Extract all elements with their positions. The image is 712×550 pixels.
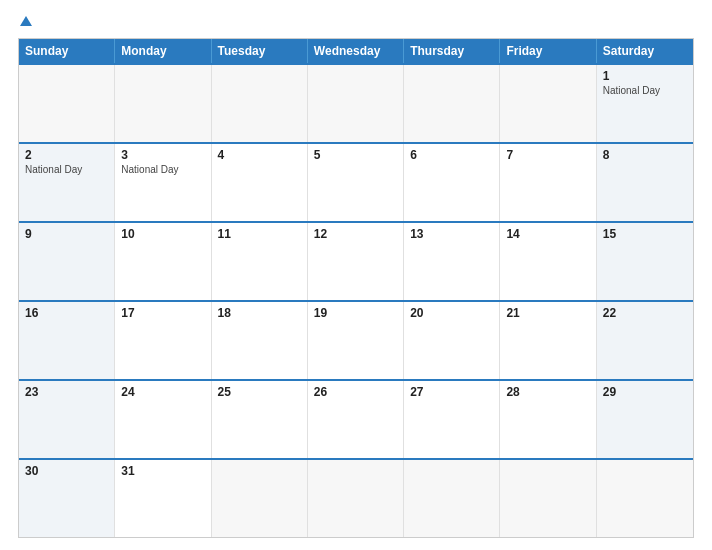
day-number: 12	[314, 227, 397, 241]
day-number: 21	[506, 306, 589, 320]
day-number: 20	[410, 306, 493, 320]
calendar-day-cell: 8	[597, 144, 693, 221]
day-number: 24	[121, 385, 204, 399]
calendar-header-cell: Friday	[500, 39, 596, 63]
calendar-day-cell: 30	[19, 460, 115, 537]
calendar-day-cell	[19, 65, 115, 142]
day-number: 9	[25, 227, 108, 241]
day-number: 18	[218, 306, 301, 320]
calendar-week-row: 3031	[19, 458, 693, 537]
day-number: 15	[603, 227, 687, 241]
calendar-day-cell: 23	[19, 381, 115, 458]
calendar-header-cell: Tuesday	[212, 39, 308, 63]
calendar-day-cell: 10	[115, 223, 211, 300]
calendar-day-cell: 2National Day	[19, 144, 115, 221]
day-number: 7	[506, 148, 589, 162]
day-number: 10	[121, 227, 204, 241]
calendar-day-cell: 22	[597, 302, 693, 379]
calendar-day-cell	[404, 460, 500, 537]
day-number: 25	[218, 385, 301, 399]
calendar-page: SundayMondayTuesdayWednesdayThursdayFrid…	[0, 0, 712, 550]
calendar-day-cell: 18	[212, 302, 308, 379]
calendar-day-cell: 29	[597, 381, 693, 458]
calendar-day-cell	[500, 65, 596, 142]
calendar-day-cell: 4	[212, 144, 308, 221]
calendar-day-cell	[308, 65, 404, 142]
calendar-day-cell: 14	[500, 223, 596, 300]
logo-triangle-icon	[20, 16, 32, 26]
calendar-day-cell: 1National Day	[597, 65, 693, 142]
day-number: 13	[410, 227, 493, 241]
calendar-day-cell: 3National Day	[115, 144, 211, 221]
calendar-week-row: 2National Day3National Day45678	[19, 142, 693, 221]
calendar-day-cell	[212, 65, 308, 142]
calendar-day-cell	[597, 460, 693, 537]
day-number: 14	[506, 227, 589, 241]
calendar-week-row: 1National Day	[19, 63, 693, 142]
calendar-day-cell: 21	[500, 302, 596, 379]
day-number: 29	[603, 385, 687, 399]
day-number: 8	[603, 148, 687, 162]
calendar-day-cell	[115, 65, 211, 142]
calendar-day-cell: 13	[404, 223, 500, 300]
calendar-header-cell: Thursday	[404, 39, 500, 63]
day-number: 3	[121, 148, 204, 162]
calendar-day-cell: 20	[404, 302, 500, 379]
day-number: 30	[25, 464, 108, 478]
calendar-header-cell: Saturday	[597, 39, 693, 63]
calendar-day-cell	[404, 65, 500, 142]
calendar-day-cell: 11	[212, 223, 308, 300]
day-number: 27	[410, 385, 493, 399]
calendar-day-cell	[308, 460, 404, 537]
day-number: 6	[410, 148, 493, 162]
day-number: 2	[25, 148, 108, 162]
day-number: 5	[314, 148, 397, 162]
calendar-day-cell	[212, 460, 308, 537]
calendar-day-cell	[500, 460, 596, 537]
event-label: National Day	[603, 85, 687, 96]
day-number: 1	[603, 69, 687, 83]
calendar-day-cell: 17	[115, 302, 211, 379]
calendar-header-cell: Sunday	[19, 39, 115, 63]
calendar-week-row: 23242526272829	[19, 379, 693, 458]
event-label: National Day	[25, 164, 108, 175]
calendar-day-cell: 31	[115, 460, 211, 537]
logo	[18, 18, 32, 28]
calendar-header-cell: Monday	[115, 39, 211, 63]
day-number: 22	[603, 306, 687, 320]
calendar-grid: SundayMondayTuesdayWednesdayThursdayFrid…	[18, 38, 694, 538]
calendar-day-cell: 27	[404, 381, 500, 458]
calendar-body: 1National Day2National Day3National Day4…	[19, 63, 693, 537]
calendar-day-cell: 16	[19, 302, 115, 379]
day-number: 19	[314, 306, 397, 320]
calendar-day-cell: 5	[308, 144, 404, 221]
calendar-header-cell: Wednesday	[308, 39, 404, 63]
day-number: 17	[121, 306, 204, 320]
day-number: 23	[25, 385, 108, 399]
calendar-day-cell: 28	[500, 381, 596, 458]
calendar-day-cell: 6	[404, 144, 500, 221]
day-number: 26	[314, 385, 397, 399]
calendar-day-cell: 7	[500, 144, 596, 221]
day-number: 31	[121, 464, 204, 478]
day-number: 28	[506, 385, 589, 399]
calendar-day-cell: 26	[308, 381, 404, 458]
day-number: 4	[218, 148, 301, 162]
calendar-week-row: 9101112131415	[19, 221, 693, 300]
calendar-day-cell: 9	[19, 223, 115, 300]
calendar-day-cell: 12	[308, 223, 404, 300]
calendar-day-cell: 24	[115, 381, 211, 458]
header	[18, 18, 694, 28]
day-number: 16	[25, 306, 108, 320]
calendar-week-row: 16171819202122	[19, 300, 693, 379]
calendar-header-row: SundayMondayTuesdayWednesdayThursdayFrid…	[19, 39, 693, 63]
calendar-day-cell: 25	[212, 381, 308, 458]
day-number: 11	[218, 227, 301, 241]
event-label: National Day	[121, 164, 204, 175]
calendar-day-cell: 15	[597, 223, 693, 300]
calendar-day-cell: 19	[308, 302, 404, 379]
